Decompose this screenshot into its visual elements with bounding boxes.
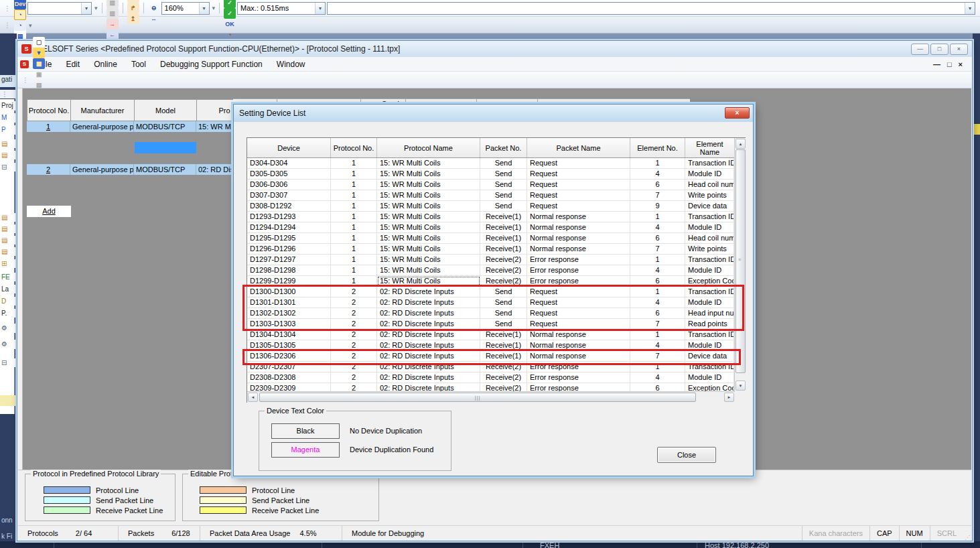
sidebar-fragment[interactable]: ⋮ (0, 90, 17, 98)
alarm-clock-icon[interactable]: ◔ (224, 29, 236, 40)
sidebar-fragment[interactable]: P. (0, 309, 17, 318)
sidebar-fragment[interactable] (0, 395, 17, 406)
chevron-down-icon[interactable]: ▾ (199, 3, 209, 14)
table-row[interactable]: D1295-D1295 1 15: WR Multi Coils Receive… (247, 233, 734, 244)
sidebar-fragment[interactable]: onn (0, 516, 17, 525)
zoom-combo[interactable]: 160%▾ (161, 2, 210, 15)
sidebar-fragment[interactable]: k Fi (0, 532, 17, 541)
scroll-left-icon[interactable]: ◄ (248, 393, 258, 402)
chevron-down-icon[interactable]: ▾ (81, 3, 91, 14)
watch-start-icon[interactable]: ◔ (14, 9, 26, 20)
sidebar-fragment[interactable]: ▤ (0, 213, 17, 222)
maximize-button[interactable]: □ (930, 44, 949, 55)
protocol-no-link[interactable]: 2 (27, 164, 70, 175)
sidebar-fragment[interactable]: ▤ (0, 151, 17, 159)
menu-tool[interactable]: Tool (125, 58, 152, 70)
col-protocol-name: Protocol Name (377, 138, 480, 157)
table-row[interactable]: D305-D305 1 15: WR Multi Coils Send Requ… (247, 169, 734, 180)
fit-width-icon[interactable]: ↔ (148, 13, 160, 24)
selected-cell[interactable] (135, 142, 196, 153)
close-button[interactable]: Close (657, 447, 716, 463)
table-row[interactable]: D304-D304 1 15: WR Multi Coils Send Requ… (247, 158, 734, 169)
sidebar-fragment[interactable]: Proj (0, 101, 17, 111)
table-row[interactable]: D1293-D1293 1 15: WR Multi Coils Receive… (247, 212, 734, 222)
toolbar-overflow-icon[interactable]: ▾ (29, 22, 32, 29)
mdi-minimize-button[interactable]: — (933, 60, 940, 68)
sidebar-fragment[interactable]: M (0, 113, 17, 123)
close-button[interactable]: × (950, 44, 968, 55)
sidebar-fragment[interactable]: ▤ (0, 224, 17, 233)
menu-window[interactable]: Window (271, 58, 311, 70)
write-to-plc-icon[interactable]: → (107, 19, 119, 29)
table-row[interactable]: D1294-D1294 1 15: WR Multi Coils Receive… (247, 222, 734, 233)
table-row[interactable]: D1298-D1298 1 15: WR Multi Coils Receive… (247, 265, 734, 276)
toolbar-overflow-icon[interactable]: ▾ (212, 5, 216, 11)
table-row[interactable]: D308-D1292 1 15: WR Multi Coils Send Req… (247, 201, 734, 212)
toolbar-overflow-icon[interactable]: ▾ (94, 5, 98, 11)
add-button[interactable]: Add (27, 206, 71, 217)
mdi-restore-button[interactable]: □ (947, 60, 952, 68)
table-row[interactable]: D2309-D2309 2 02: RD Discrete Inputs Rec… (247, 383, 734, 391)
table-row[interactable]: D1296-D1296 1 15: WR Multi Coils Receive… (247, 244, 734, 255)
sidebar-fragment[interactable]: P (0, 125, 17, 135)
scroll-down-icon[interactable]: ▼ (736, 381, 746, 391)
table-row[interactable]: D307-D307 1 15: WR Multi Coils Send Requ… (247, 190, 734, 201)
dialog-titlebar[interactable]: Setting Device List (234, 105, 753, 122)
table-row[interactable]: D1297-D1297 1 15: WR Multi Coils Receive… (247, 255, 734, 265)
chevron-down-icon[interactable]: ▾ (315, 3, 325, 14)
bottom-taskbar[interactable]: FXEH Host 192.168.2.250 (0, 541, 980, 548)
menu-debugging-support-function[interactable]: Debugging Support Function (154, 58, 269, 70)
sidebar-fragment[interactable]: ▤ (0, 236, 17, 245)
check-circle2-icon[interactable]: ✓ (224, 8, 236, 19)
sidebar-fragment[interactable]: ⚙ (0, 340, 17, 349)
table-row[interactable]: D2308-D2308 2 02: RD Discrete Inputs Rec… (247, 372, 734, 383)
chevron-down-icon[interactable]: ▾ (965, 3, 975, 14)
minimize-button[interactable]: — (911, 44, 929, 55)
protocol-row-2[interactable]: 2 General-purpose p MODBUS/TCP 02: RD Di… (27, 164, 251, 175)
sidebar-fragment[interactable]: ▤ (0, 247, 17, 256)
magenta-sample: Magenta (271, 442, 340, 458)
sidebar-fragment[interactable]: ⚙ (0, 324, 17, 333)
read-from-plc-icon[interactable]: ← (107, 29, 119, 40)
dev-grid4-icon[interactable]: Dev (14, 0, 26, 9)
dialog-close-icon[interactable]: × (725, 107, 750, 119)
device-cell: D304-D304 (247, 158, 331, 169)
sidebar-fragment[interactable]: ⊟ (0, 358, 17, 367)
horizontal-scroll-thumb[interactable]: ||| (259, 393, 696, 402)
save-icon[interactable]: ▦ (33, 58, 45, 69)
jump-list-icon[interactable]: ↥ (127, 13, 139, 24)
protocol-no-link[interactable]: 1 (27, 121, 70, 132)
sidebar-fragment[interactable]: D (0, 297, 17, 305)
sidebar-fragment[interactable]: FE (0, 273, 17, 281)
doc-gray1-icon[interactable]: ▥ (107, 0, 119, 8)
zoom-out-icon[interactable]: ⊖ (148, 3, 160, 13)
sidebar-fragment[interactable]: gati (0, 75, 17, 87)
watch-item-combo[interactable]: ▾ (327, 2, 975, 15)
scroll-up-icon[interactable]: ▲ (736, 139, 746, 149)
table-row[interactable]: D1304-D1304 2 02: RD Discrete Inputs Rec… (247, 330, 734, 340)
table-row[interactable]: D306-D306 1 15: WR Multi Coils Send Requ… (247, 180, 734, 190)
sidebar-fragment[interactable]: ⊟ (0, 163, 17, 172)
watch-stop-icon[interactable]: ◔ (14, 20, 26, 31)
scan-time-combo[interactable]: Max.: 0.515ms▾ (237, 2, 326, 15)
new-icon[interactable]: ▢ (33, 37, 45, 48)
menu-edit[interactable]: Edit (60, 58, 86, 70)
vertical-scroll-thumb[interactable]: ≡ (736, 149, 746, 373)
window-titlebar[interactable]: S MELSOFT Series <Predefined Protocol Su… (17, 41, 972, 57)
protocol-row-1[interactable]: 1 General-purpose p MODBUS/TCP 15: WR Mu (27, 121, 251, 132)
jump-next-icon[interactable]: ↱ (127, 3, 139, 13)
mdi-close-button[interactable]: × (959, 60, 963, 68)
resize-grip-icon[interactable]: ⋰ (963, 526, 971, 541)
open-icon[interactable]: ▼ (33, 48, 45, 58)
copy-icon[interactable]: ▣ (33, 69, 45, 80)
doc-gray2-icon[interactable]: ▥ (107, 8, 119, 19)
horizontal-scrollbar[interactable]: ◄ ||| ► (247, 391, 735, 403)
check-circle1-icon[interactable]: ✓ (224, 0, 236, 8)
project-search-combo[interactable]: ▾ (27, 2, 92, 15)
menu-online[interactable]: Online (88, 58, 123, 70)
scroll-right-icon[interactable]: ► (724, 393, 734, 402)
sidebar-fragment[interactable]: La (0, 285, 17, 293)
ok-return-icon[interactable]: OK (224, 19, 236, 29)
sidebar-fragment[interactable]: ▤ (0, 139, 17, 148)
sidebar-fragment[interactable]: ⊞ (0, 259, 17, 268)
